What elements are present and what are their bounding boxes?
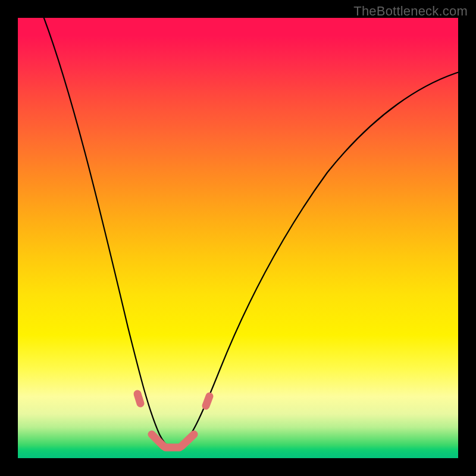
curve-marker bbox=[181, 434, 194, 446]
curve-layer bbox=[18, 18, 458, 458]
curve-marker bbox=[137, 394, 140, 403]
curve-marker bbox=[152, 434, 164, 446]
chart-frame: TheBottleneck.com bbox=[0, 0, 476, 476]
bottleneck-curve bbox=[42, 18, 458, 449]
curve-marker bbox=[206, 396, 209, 406]
plot-area bbox=[18, 18, 458, 458]
watermark-text: TheBottleneck.com bbox=[353, 4, 468, 19]
